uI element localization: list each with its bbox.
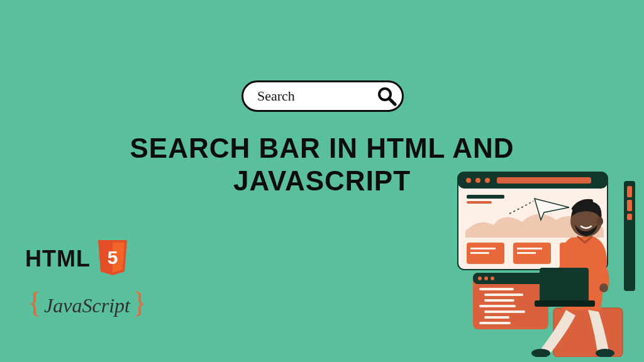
svg-rect-5	[624, 181, 635, 291]
svg-rect-23	[517, 252, 536, 254]
search-placeholder: Search	[257, 88, 295, 104]
svg-point-13	[485, 178, 490, 183]
svg-rect-21	[470, 252, 489, 254]
svg-rect-6	[627, 186, 632, 197]
svg-rect-7	[627, 200, 632, 211]
svg-point-29	[484, 277, 488, 280]
svg-point-12	[475, 178, 480, 183]
svg-rect-35	[484, 310, 525, 313]
svg-point-28	[478, 277, 482, 280]
javascript-logo: { JavaScript }	[28, 286, 147, 319]
svg-rect-8	[627, 214, 632, 220]
svg-rect-37	[479, 322, 511, 324]
svg-point-11	[466, 178, 471, 183]
javascript-text: JavaScript	[44, 294, 130, 317]
search-bar[interactable]: Search	[242, 80, 404, 112]
svg-rect-15	[467, 195, 504, 199]
svg-rect-33	[484, 299, 514, 302]
svg-line-1	[389, 99, 395, 104]
svg-rect-22	[517, 248, 542, 250]
brace-open-icon: {	[28, 286, 42, 319]
brace-close-icon: }	[133, 286, 147, 319]
html5-shield-icon: 5	[96, 239, 130, 279]
svg-rect-34	[479, 305, 516, 307]
svg-rect-14	[497, 177, 591, 184]
svg-rect-31	[479, 288, 514, 290]
svg-rect-32	[484, 293, 523, 296]
svg-text:5: 5	[108, 247, 118, 268]
svg-point-30	[491, 277, 494, 280]
search-icon[interactable]	[377, 86, 397, 106]
developer-illustration	[434, 162, 641, 357]
svg-rect-44	[540, 268, 589, 302]
html5-text: HTML	[25, 246, 91, 272]
svg-rect-45	[535, 300, 595, 307]
svg-rect-20	[470, 248, 496, 250]
svg-rect-16	[467, 201, 492, 204]
html5-logo: HTML 5	[25, 239, 130, 279]
svg-point-43	[599, 283, 608, 292]
svg-rect-36	[484, 316, 509, 319]
svg-point-47	[597, 217, 603, 226]
